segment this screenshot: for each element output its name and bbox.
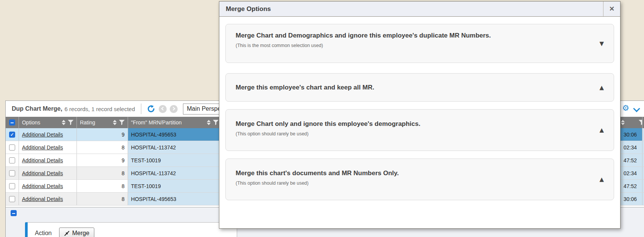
additional-details-link[interactable]: Additional Details bbox=[22, 144, 63, 151]
filter-icon[interactable] bbox=[68, 120, 73, 125]
action-label: Action bbox=[35, 230, 52, 237]
dialog-header: Merge Options ✕ bbox=[219, 2, 620, 17]
toolbar-divider bbox=[141, 104, 141, 114]
table-record-summary: 6 records, 1 record selected bbox=[64, 106, 135, 112]
rating-cell: 8 bbox=[77, 141, 128, 154]
column-header-from-mrn: "From" MRN/Partition bbox=[131, 119, 205, 126]
sort-icon[interactable] bbox=[207, 120, 211, 125]
option-title: Merge Chart and Demographics and ignore … bbox=[236, 32, 591, 39]
mrn-cell: HOSPITAL-113742 bbox=[128, 141, 222, 154]
row-checkbox[interactable] bbox=[9, 196, 15, 202]
sort-icon[interactable] bbox=[621, 120, 625, 125]
mrn-cell: TEST-10019 bbox=[128, 154, 222, 166]
rating-cell: 8 bbox=[77, 167, 128, 179]
additional-details-link[interactable]: Additional Details bbox=[22, 157, 63, 163]
additional-details-link[interactable]: Additional Details bbox=[22, 196, 63, 202]
additional-details-link[interactable]: Additional Details bbox=[22, 183, 63, 189]
option-subtitle: (This is the most common selection used) bbox=[236, 43, 591, 48]
mrn-cell: HOSPITAL-113742 bbox=[128, 167, 222, 179]
sort-icon[interactable] bbox=[113, 120, 117, 125]
merge-options-dialog: Merge Options ✕ Merge Chart and Demograp… bbox=[219, 1, 621, 229]
filter-icon[interactable] bbox=[119, 120, 125, 125]
action-accent-bar bbox=[25, 222, 28, 237]
sort-icon[interactable] bbox=[62, 120, 66, 125]
merge-icon bbox=[64, 231, 70, 236]
dialog-body: Merge Chart and Demographics and ignore … bbox=[219, 17, 620, 229]
refresh-icon[interactable] bbox=[147, 104, 156, 113]
filter-icon[interactable] bbox=[213, 120, 219, 125]
filter-icon[interactable] bbox=[639, 120, 642, 125]
expand-arrow-icon[interactable]: ▲ bbox=[599, 127, 604, 133]
collapse-arrow-icon[interactable]: ▼ bbox=[599, 40, 604, 47]
select-all-checkbox[interactable] bbox=[9, 119, 15, 126]
close-icon: ✕ bbox=[609, 5, 614, 13]
app-window: Dup Chart Merge, 6 records, 1 record sel… bbox=[0, 0, 644, 237]
additional-details-link[interactable]: Additional Details bbox=[22, 132, 63, 138]
mrn-cell: HOSPITAL-495653 bbox=[128, 193, 222, 205]
option-title: Merge Chart only and ignore this employe… bbox=[236, 120, 591, 128]
option-subtitle: (This option should rarely be used) bbox=[236, 180, 591, 186]
merge-option-chart-and-demographics[interactable]: Merge Chart and Demographics and ignore … bbox=[225, 24, 614, 63]
next-record-button[interactable] bbox=[170, 105, 178, 113]
row-checkbox[interactable] bbox=[9, 170, 15, 176]
chevron-left-icon bbox=[161, 107, 165, 111]
rating-cell: 9 bbox=[77, 154, 128, 166]
dialog-title: Merge Options bbox=[219, 5, 271, 13]
additional-details-link[interactable]: Additional Details bbox=[22, 170, 63, 176]
action-panel: Action Merge bbox=[25, 222, 237, 237]
expand-arrow-icon[interactable]: ▲ bbox=[599, 176, 604, 183]
select-all-checkbox-bottom[interactable] bbox=[11, 210, 17, 216]
column-header-options: Options bbox=[22, 119, 60, 126]
column-header-rating: Rating bbox=[80, 119, 111, 126]
rating-cell: 9 bbox=[77, 128, 128, 141]
row-checkbox[interactable] bbox=[9, 157, 15, 163]
merge-option-keep-all-mr[interactable]: Merge this employee's chart and keep all… bbox=[225, 73, 614, 102]
table-title: Dup Chart Merge, bbox=[12, 105, 62, 112]
chevron-down-icon[interactable] bbox=[634, 105, 640, 111]
rating-cell: 8 bbox=[77, 193, 128, 205]
option-title: Merge this chart's documents and MR Numb… bbox=[236, 170, 591, 177]
merge-option-chart-only[interactable]: Merge Chart only and ignore this employe… bbox=[225, 109, 614, 151]
expand-arrow-icon[interactable]: ▲ bbox=[599, 84, 604, 91]
merge-button-label: Merge bbox=[72, 230, 89, 237]
previous-record-button[interactable] bbox=[159, 105, 167, 113]
option-subtitle: (This option should rarely be used) bbox=[236, 131, 591, 137]
close-button[interactable]: ✕ bbox=[603, 2, 620, 16]
gear-icon[interactable]: ⚙ bbox=[622, 104, 629, 112]
merge-option-documents-and-mr-only[interactable]: Merge this chart's documents and MR Numb… bbox=[225, 159, 614, 200]
option-title: Merge this employee's chart and keep all… bbox=[236, 84, 374, 91]
rating-cell: 8 bbox=[77, 180, 128, 192]
chevron-right-icon bbox=[172, 107, 175, 111]
row-checkbox[interactable] bbox=[9, 144, 15, 151]
row-checkbox[interactable] bbox=[9, 183, 15, 189]
merge-button[interactable]: Merge bbox=[59, 228, 94, 237]
mrn-cell: HOSPITAL-495653 bbox=[128, 128, 222, 141]
mrn-cell: TEST-10019 bbox=[128, 180, 222, 192]
row-checkbox[interactable] bbox=[9, 132, 15, 138]
